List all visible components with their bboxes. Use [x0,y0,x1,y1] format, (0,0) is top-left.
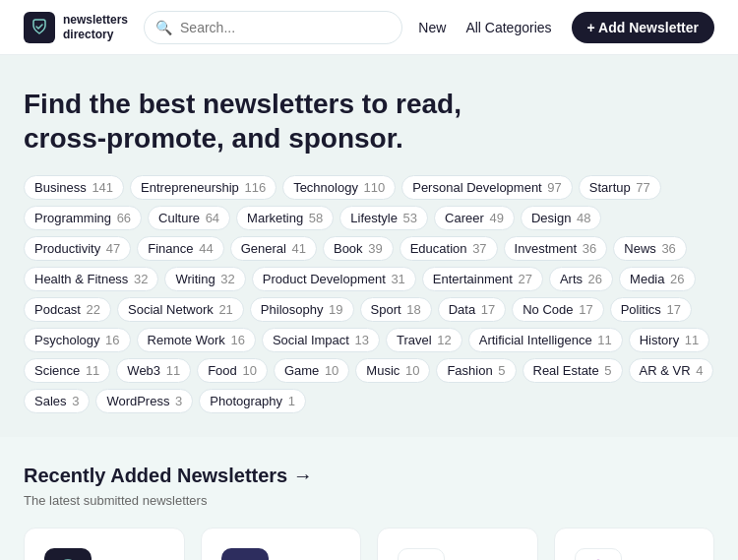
card-wp-trends[interactable]: WP Trends Business Intelligence for the … [24,528,185,560]
tag-item[interactable]: Photography 1 [199,389,306,413]
tag-item[interactable]: Finance 44 [137,236,223,261]
card-climate-musings[interactable]: Climate Musings Pragmatically optimistic… [554,528,715,560]
tag-item[interactable]: Web3 11 [116,358,191,383]
tag-item[interactable]: Productivity 47 [24,236,131,261]
tag-item[interactable]: Culture 64 [148,206,230,230]
logo-text: newsletters directory [63,13,128,41]
tag-item[interactable]: Technology 110 [282,175,396,200]
section-title: Recently Added Newsletters → [24,465,714,487]
tag-item[interactable]: Career 49 [434,206,515,230]
tag-item[interactable]: Lifestyle 53 [339,206,428,230]
tag-item[interactable]: Remote Work 16 [137,328,256,352]
tag-item[interactable]: Artificial Intelligence 11 [468,328,623,352]
tag-item[interactable]: Writing 32 [164,267,245,291]
hero-headline: Find the best newsletters to read, cross… [24,87,496,156]
nav-links: New All Categories + Add Newsletter [418,12,714,43]
tag-item[interactable]: Travel 12 [386,328,462,352]
tag-item[interactable]: Philosophy 19 [250,297,354,322]
tag-item[interactable]: Arts 26 [549,267,613,291]
tag-item[interactable]: Sales 3 [24,389,90,413]
tag-item[interactable]: Fashion 5 [436,358,516,383]
nav-all-categories[interactable]: All Categories [465,20,551,35]
tag-item[interactable]: AR & VR 4 [629,358,714,383]
tag-item[interactable]: Game 10 [274,358,349,383]
logo-icon [24,12,55,43]
search-icon: 🔍 [155,20,172,35]
tag-item[interactable]: Startup 77 [579,175,661,200]
card-logo [44,548,92,560]
tag-item[interactable]: History 11 [629,328,710,352]
logo[interactable]: newsletters directory [24,12,128,43]
tag-item[interactable]: Psychology 16 [24,328,131,352]
card-byte-of-coding[interactable]: abc A Byte of Coding A Byte of Coding is… [201,528,362,560]
tags-container: Business 141Entrepreneurship 116Technolo… [24,175,714,413]
tag-item[interactable]: Sport 18 [360,297,432,322]
tag-item[interactable]: Music 10 [355,358,430,383]
card-logo: 📈 [398,548,445,560]
tag-item[interactable]: WordPress 3 [95,389,193,413]
tag-item[interactable]: Entertainment 27 [422,267,543,291]
tag-item[interactable]: Food 10 [197,358,268,383]
tag-item[interactable]: Social Network 21 [117,297,244,322]
nav-new[interactable]: New [418,20,446,35]
header: newsletters directory 🔍 New All Categori… [0,0,738,55]
tag-item[interactable]: Design 48 [521,206,602,230]
tag-item[interactable]: Business 141 [24,175,124,200]
cards-grid: WP Trends Business Intelligence for the … [24,528,714,560]
section-subtitle: The latest submitted newsletters [24,493,714,508]
tag-item[interactable]: Product Development 31 [252,267,416,291]
tag-item[interactable]: General 41 [230,236,317,261]
tag-item[interactable]: Media 26 [619,267,696,291]
tag-item[interactable]: Education 37 [400,236,498,261]
search-input[interactable] [144,11,402,44]
recently-added-section: Recently Added Newsletters → The latest … [0,437,738,560]
tag-item[interactable]: Social Impact 13 [262,328,380,352]
card-logo: abc [221,548,269,560]
tag-item[interactable]: Health & Fitness 32 [24,267,158,291]
search-bar: 🔍 [144,11,402,44]
tag-item[interactable]: Real Estate 5 [523,358,623,383]
tag-item[interactable]: No Code 17 [512,297,603,322]
tag-item[interactable]: Science 11 [24,358,110,383]
card-five-minute-finance[interactable]: 📈 Five Minute Finance The 5-minute newsl… [377,528,538,560]
tag-item[interactable]: Data 17 [438,297,507,322]
tag-item[interactable]: Entrepreneurship 116 [130,175,277,200]
tag-item[interactable]: Politics 17 [610,297,692,322]
tag-item[interactable]: Podcast 22 [24,297,111,322]
tag-item[interactable]: News 36 [613,236,687,261]
hero-section: Find the best newsletters to read, cross… [0,55,738,437]
tag-item[interactable]: Programming 66 [24,206,142,230]
add-newsletter-button[interactable]: + Add Newsletter [572,12,714,43]
tag-item[interactable]: Personal Development 97 [401,175,573,200]
tag-item[interactable]: Marketing 58 [236,206,334,230]
tag-item[interactable]: Book 39 [323,236,394,261]
card-logo [575,548,622,560]
tag-item[interactable]: Investment 36 [504,236,608,261]
